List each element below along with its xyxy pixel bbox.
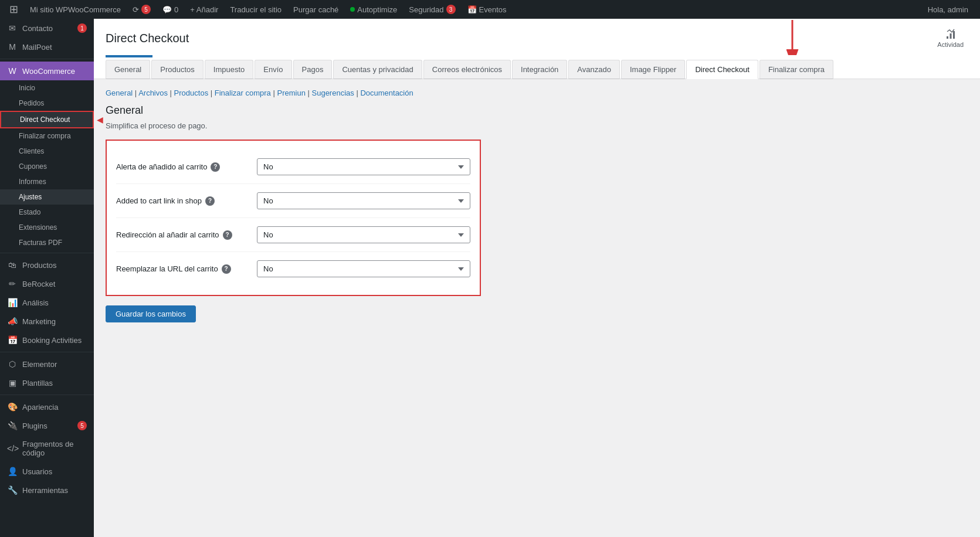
- sidebar-item-clientes[interactable]: Clientes: [0, 144, 94, 159]
- activity-button[interactable]: Actividad: [932, 26, 968, 50]
- sidebar-item-plantillas[interactable]: ▣ Plantillas: [0, 373, 94, 392]
- form-label-redireccion_carrito: Redirección al añadir al carrito?: [116, 230, 257, 240]
- autoptimize-button[interactable]: Autoptimize: [345, 0, 402, 19]
- tab-cuentas[interactable]: Cuentas y privacidad: [333, 60, 422, 79]
- productos-icon: 🛍: [7, 260, 18, 270]
- tab-productos[interactable]: Productos: [151, 60, 204, 79]
- usuarios-icon: 👤: [7, 467, 18, 476]
- sidebar-item-fragmentos[interactable]: </> Fragmentos de código: [0, 435, 94, 462]
- breadcrumb: General | Archivos | Productos | Finaliz…: [106, 89, 968, 97]
- svg-rect-3: [950, 33, 951, 39]
- form-label-alerta_carrito: Alerta de añadido al carrito?: [116, 162, 257, 172]
- sidebar-item-apariencia[interactable]: 🎨 Apariencia: [0, 397, 94, 416]
- tab-general[interactable]: General: [106, 60, 150, 79]
- tab-envio[interactable]: Envío: [255, 60, 291, 79]
- sidebar-item-woocommerce[interactable]: W WooCommerce: [0, 62, 94, 80]
- sidebar-item-estado[interactable]: Estado: [0, 205, 94, 220]
- tab-direct_checkout[interactable]: Direct Checkout: [686, 60, 758, 79]
- svg-rect-4: [953, 31, 955, 39]
- sidebar-item-finalizar[interactable]: Finalizar compra: [0, 128, 94, 144]
- sidebar-item-analisis[interactable]: 📊 Análisis: [0, 293, 94, 312]
- tab-correos[interactable]: Correos electrónicos: [423, 60, 511, 79]
- red-arrow-icon: [781, 20, 804, 55]
- select-added_cart_link[interactable]: NoSí: [257, 192, 470, 209]
- tabs-row: GeneralProductosImpuestoEnvíoPagosCuenta…: [106, 57, 968, 79]
- sidebar-item-booking[interactable]: 📅 Booking Activities: [0, 331, 94, 349]
- sidebar-item-productos[interactable]: 🛍 Productos: [0, 256, 94, 274]
- sidebar-item-informes[interactable]: Informes: [0, 174, 94, 189]
- form-box: Alerta de añadido al carrito?NoSíAdded t…: [106, 140, 481, 296]
- analisis-icon: 📊: [7, 298, 18, 307]
- activity-icon: [945, 28, 957, 40]
- sidebar-item-inicio[interactable]: Inicio: [0, 80, 94, 96]
- sidebar-item-facturas[interactable]: Facturas PDF: [0, 235, 94, 250]
- save-button[interactable]: Guardar los cambios: [106, 305, 196, 322]
- select-redireccion_carrito[interactable]: NoSí: [257, 226, 470, 243]
- select-alerta_carrito[interactable]: NoSí: [257, 158, 470, 175]
- security-button[interactable]: Seguridad 3: [404, 0, 460, 19]
- sidebar-item-pedidos[interactable]: Pedidos: [0, 96, 94, 111]
- help-icon-redireccion_carrito[interactable]: ?: [223, 230, 232, 240]
- svg-rect-2: [947, 36, 948, 39]
- sidebar-item-marketing[interactable]: 📣 Marketing: [0, 312, 94, 331]
- sidebar-item-ajustes[interactable]: Ajustes: [0, 189, 94, 205]
- main-content: Direct Checkout: [94, 19, 980, 537]
- page-header: Direct Checkout: [94, 19, 980, 79]
- form-row-redireccion_carrito: Redirección al añadir al carrito?NoSí: [116, 218, 470, 252]
- content-area: General | Archivos | Productos | Finaliz…: [94, 79, 980, 332]
- marketing-icon: 📣: [7, 317, 18, 326]
- arrow-left-icon: ◀: [97, 115, 103, 124]
- updates-button[interactable]: ⟳ 5: [128, 0, 155, 19]
- hola-admin: Hola, admin: [921, 5, 975, 14]
- tab-impuesto[interactable]: Impuesto: [205, 60, 253, 79]
- help-icon-reemplazar_url[interactable]: ?: [222, 264, 231, 274]
- mailpoet-icon: M: [7, 42, 18, 52]
- sidebar-item-elementor[interactable]: ⬡ Elementor: [0, 355, 94, 373]
- section-description: Simplifica el proceso de pago.: [106, 121, 968, 130]
- add-button[interactable]: + Añadir: [185, 0, 223, 19]
- form-label-added_cart_link: Added to cart link in shop?: [116, 196, 257, 206]
- sidebar-item-direct-checkout[interactable]: Direct Checkout ◀: [0, 111, 94, 128]
- form-row-added_cart_link: Added to cart link in shop?NoSí: [116, 184, 470, 218]
- select-reemplazar_url[interactable]: NoSí: [257, 260, 470, 277]
- sidebar-item-mailpoet[interactable]: M MailPoet: [0, 38, 94, 56]
- plantillas-icon: ▣: [7, 378, 18, 388]
- comments-button[interactable]: 💬 0: [158, 0, 183, 19]
- woocommerce-icon: W: [7, 66, 18, 76]
- herramientas-icon: 🔧: [7, 485, 18, 495]
- apariencia-icon: 🎨: [7, 402, 18, 412]
- form-label-reemplazar_url: Reemplazar la URL del carrito?: [116, 264, 257, 274]
- sidebar-item-cupones[interactable]: Cupones: [0, 159, 94, 174]
- sidebar-item-plugins[interactable]: 🔌 Plugins 5: [0, 416, 94, 435]
- tab-finalizar[interactable]: Finalizar compra: [759, 60, 833, 79]
- sidebar-item-contacto[interactable]: ✉ Contacto 1: [0, 19, 94, 38]
- sidebar-item-herramientas[interactable]: 🔧 Herramientas: [0, 481, 94, 499]
- admin-bar: ⊞ Mi sitio WPWooCommerce ⟳ 5 💬 0 + Añadi…: [0, 0, 980, 19]
- sidebar-item-extensiones[interactable]: Extensiones: [0, 220, 94, 235]
- tab-avanzado[interactable]: Avanzado: [568, 60, 620, 79]
- form-row-reemplazar_url: Reemplazar la URL del carrito?NoSí: [116, 252, 470, 286]
- page-title: Direct Checkout: [106, 32, 189, 45]
- purge-button[interactable]: Purgar caché: [289, 0, 343, 19]
- sidebar: ✉ Contacto 1 M MailPoet W WooCommerce In…: [0, 19, 94, 537]
- fragmentos-icon: </>: [7, 444, 18, 453]
- berocket-icon: ✏: [7, 279, 18, 288]
- help-icon-added_cart_link[interactable]: ?: [205, 196, 215, 206]
- tab-pagos[interactable]: Pagos: [293, 60, 333, 79]
- events-button[interactable]: 📅 Eventos: [463, 0, 511, 19]
- elementor-icon: ⬡: [7, 359, 18, 369]
- help-icon-alerta_carrito[interactable]: ?: [211, 162, 220, 172]
- translate-button[interactable]: Traducir el sitio: [225, 0, 286, 19]
- tab-image_flipper[interactable]: Image Flipper: [621, 60, 685, 79]
- tab-integracion[interactable]: Integración: [512, 60, 567, 79]
- contacto-icon: ✉: [7, 23, 18, 33]
- section-title: General: [106, 104, 968, 117]
- booking-icon: 📅: [7, 335, 18, 345]
- sidebar-item-usuarios[interactable]: 👤 Usuarios: [0, 462, 94, 481]
- wp-logo[interactable]: ⊞: [5, 0, 23, 19]
- plugins-icon: 🔌: [7, 421, 18, 430]
- form-row-alerta_carrito: Alerta de añadido al carrito?NoSí: [116, 150, 470, 184]
- sidebar-item-berocket[interactable]: ✏ BeRocket: [0, 274, 94, 293]
- site-name[interactable]: Mi sitio WPWooCommerce: [25, 0, 126, 19]
